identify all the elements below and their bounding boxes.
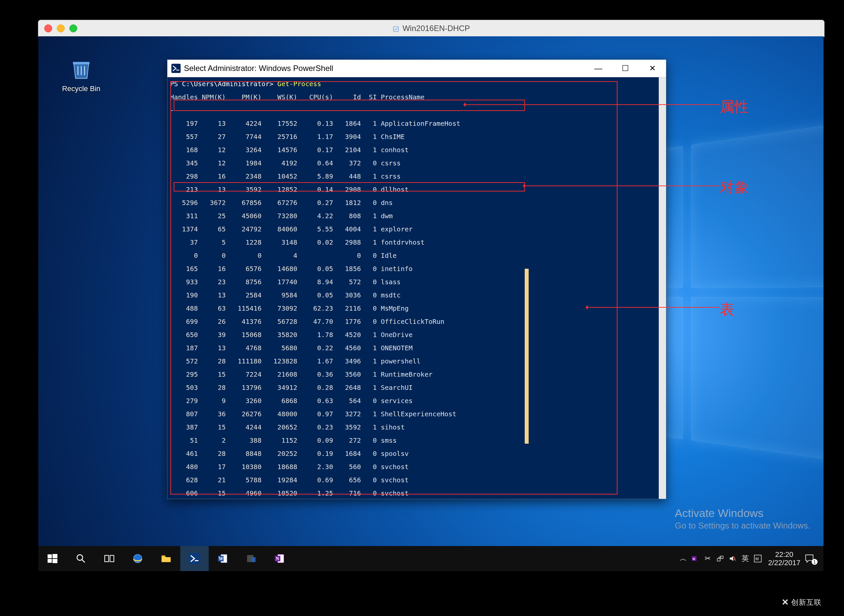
folder-icon bbox=[160, 553, 172, 564]
selection-highlight bbox=[525, 269, 528, 444]
powershell-titlebar[interactable]: Select Administrator: Windows PowerShell… bbox=[167, 60, 666, 77]
recycle-bin-icon bbox=[68, 56, 94, 82]
task-view-button[interactable] bbox=[95, 546, 123, 571]
mac-traffic-lights bbox=[44, 25, 77, 32]
tray-ime-mode-icon[interactable]: M bbox=[752, 546, 764, 571]
watermark-text: 创新互联 bbox=[791, 597, 822, 607]
powershell-taskbar-icon bbox=[189, 553, 200, 564]
taskbar-word[interactable]: W bbox=[209, 546, 237, 571]
svg-rect-11 bbox=[161, 555, 165, 557]
start-button[interactable] bbox=[38, 546, 67, 571]
mac-title-text: Win2016EN-DHCP bbox=[402, 24, 470, 33]
annotation-table-label: 表 bbox=[720, 300, 734, 319]
notification-badge: 1 bbox=[812, 559, 818, 565]
mac-minimize-button[interactable] bbox=[57, 25, 65, 32]
ie-icon bbox=[132, 553, 143, 564]
svg-rect-3 bbox=[53, 554, 57, 558]
mac-close-button[interactable] bbox=[44, 25, 52, 32]
annotation-object-label: 对象 bbox=[720, 177, 749, 197]
activate-title: Activate Windows bbox=[675, 506, 810, 520]
minimize-button[interactable]: — bbox=[585, 60, 612, 77]
tray-clock[interactable]: 22:20 2/22/2017 bbox=[764, 550, 804, 567]
svg-rect-2 bbox=[47, 554, 52, 558]
screenshot-stage: Win2016EN-DHCP Recycle Bin Activate Wind… bbox=[20, 7, 824, 609]
tray-clock-date: 2/22/2017 bbox=[768, 559, 800, 567]
powershell-icon bbox=[172, 64, 181, 73]
tray-scissors-icon[interactable]: ✂ bbox=[702, 546, 714, 571]
tray-clock-time: 22:20 bbox=[768, 550, 800, 559]
svg-text:N: N bbox=[693, 557, 695, 560]
mac-zoom-button[interactable] bbox=[69, 25, 77, 32]
taskbar: W N ︿ N ✂ bbox=[38, 546, 823, 571]
svg-text:W: W bbox=[219, 556, 223, 561]
taskbar-ie[interactable] bbox=[123, 546, 152, 571]
taskbar-onenote[interactable]: N bbox=[266, 546, 294, 571]
recycle-bin-label: Recycle Bin bbox=[58, 85, 104, 93]
svg-text:N: N bbox=[276, 556, 279, 561]
svg-rect-7 bbox=[105, 555, 109, 562]
onenote-icon: N bbox=[274, 553, 285, 564]
mac-window-title: Win2016EN-DHCP bbox=[38, 24, 824, 33]
search-icon bbox=[75, 553, 87, 564]
powershell-window: Select Administrator: Windows PowerShell… bbox=[167, 59, 666, 499]
tray-overflow[interactable]: ︿ bbox=[678, 554, 689, 563]
action-center-button[interactable]: 1 bbox=[804, 546, 820, 571]
svg-text:M: M bbox=[756, 557, 759, 561]
close-button[interactable]: ✕ bbox=[639, 60, 666, 77]
svg-line-25 bbox=[734, 556, 736, 561]
tray-volume-icon[interactable] bbox=[727, 546, 739, 571]
activate-windows-watermark: Activate Windows Go to Settings to activ… bbox=[675, 506, 810, 531]
recycle-bin[interactable]: Recycle Bin bbox=[58, 56, 104, 93]
site-watermark: ✕ 创新互联 bbox=[782, 597, 822, 607]
vm-icon bbox=[393, 25, 399, 32]
powershell-output[interactable]: PS C:\Users\Administrator> Get-Process H… bbox=[167, 77, 666, 499]
taskbar-server-manager[interactable] bbox=[237, 546, 266, 571]
taskbar-powershell[interactable] bbox=[180, 546, 209, 571]
svg-point-6 bbox=[77, 554, 82, 560]
svg-rect-5 bbox=[53, 559, 57, 563]
taskbar-explorer[interactable] bbox=[152, 546, 180, 571]
word-icon: W bbox=[217, 553, 229, 564]
search-button[interactable] bbox=[67, 546, 95, 571]
windows-desktop: Recycle Bin Activate Windows Go to Setti… bbox=[38, 36, 823, 571]
svg-rect-17 bbox=[251, 557, 255, 562]
task-view-icon bbox=[104, 553, 115, 564]
tray-ime[interactable]: 英 bbox=[739, 554, 752, 563]
windows-logo-icon bbox=[47, 553, 58, 564]
svg-rect-8 bbox=[110, 555, 114, 562]
activate-subtitle: Go to Settings to activate Windows. bbox=[675, 520, 810, 531]
annotation-attributes-label: 属性 bbox=[720, 97, 749, 117]
maximize-button[interactable]: ☐ bbox=[612, 60, 639, 77]
svg-rect-23 bbox=[717, 559, 720, 561]
tray-network-icon[interactable] bbox=[714, 546, 727, 571]
svg-rect-4 bbox=[47, 559, 52, 563]
mac-window-titlebar: Win2016EN-DHCP bbox=[38, 20, 825, 37]
svg-rect-0 bbox=[393, 27, 398, 32]
server-manager-icon bbox=[246, 553, 257, 564]
watermark-icon: ✕ bbox=[782, 597, 789, 607]
tray-onenote-clip[interactable]: N bbox=[689, 546, 702, 571]
powershell-title: Select Administrator: Windows PowerShell bbox=[184, 64, 333, 73]
